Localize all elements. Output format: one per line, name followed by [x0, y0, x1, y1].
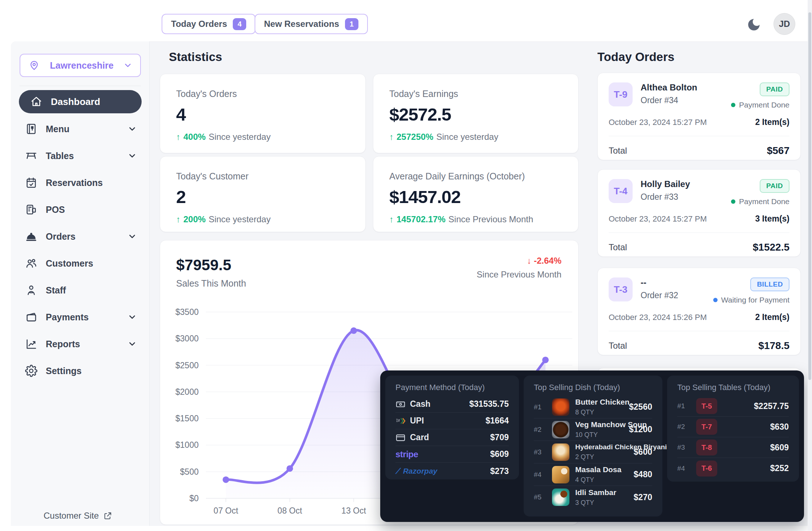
dish-qty: 4 QTY — [575, 476, 628, 484]
svg-text:$3500: $3500 — [175, 307, 199, 317]
sidebar-item-tables[interactable]: Tables — [19, 142, 142, 169]
stat-delta-percent: 145702.17% — [397, 214, 446, 224]
sidebar-item-dashboard[interactable]: Dashboard — [19, 90, 142, 113]
stat-label: Average Daily Earnings (October) — [389, 171, 562, 182]
location-name: Lawrenceshire — [41, 60, 123, 71]
payment-method-amount: $709 — [490, 433, 509, 442]
scrollbar-thumb[interactable] — [808, 12, 811, 380]
chevron-down-icon — [127, 151, 137, 161]
svg-text:$1000: $1000 — [175, 440, 199, 450]
staff-person-icon — [25, 284, 38, 297]
customer-site-link[interactable]: Customer Site — [44, 511, 113, 521]
table-badge: T-6 — [696, 461, 717, 477]
payment-method-name: UPI — [410, 416, 424, 426]
order-datetime: October 23, 2024 15:26 PM — [609, 313, 707, 322]
table-rank: #2 — [677, 423, 690, 431]
dish-amount: $2560 — [629, 402, 652, 412]
payment-status-dot — [731, 199, 735, 204]
payment-method-row: UPI $1664 — [395, 413, 509, 429]
gear-icon — [25, 364, 38, 377]
chevron-down-icon — [127, 231, 137, 242]
sales-delta-percent: -2.64% — [534, 256, 561, 266]
wallet-icon — [25, 311, 38, 324]
sidebar-item-label: Customers — [46, 258, 137, 269]
today-orders-button[interactable]: Today Orders 4 — [162, 14, 256, 34]
sidebar-item-label: Reservations — [46, 178, 137, 188]
menu-book-icon — [25, 122, 38, 135]
arrow-up-icon: ↑ — [176, 132, 180, 142]
svg-text:$500: $500 — [180, 467, 199, 477]
table-amount: $609 — [770, 443, 789, 453]
order-card[interactable]: T-9 Althea Bolton Order #34 PAID Payment… — [597, 73, 801, 160]
dish-rank: #5 — [534, 493, 546, 501]
order-customer: Althea Bolton — [641, 82, 731, 93]
chevron-down-icon — [127, 312, 137, 322]
payment-method-name: Card — [410, 433, 429, 442]
sidebar-item-label: Tables — [46, 151, 119, 161]
arrow-up-icon: ↑ — [389, 132, 394, 142]
dish-rank: #1 — [534, 403, 546, 411]
order-card[interactable]: T-3 -- Order #32 BILLED Waiting for Paym… — [597, 268, 801, 355]
dish-name: Masala Dosa — [575, 465, 628, 474]
dish-row: #2 Veg Manchow Soup 10 QTY $1200 — [534, 418, 652, 441]
dish-row: #1 Butter Chicken 8 QTY $2560 — [534, 396, 652, 418]
sidebar-item-menu[interactable]: Menu — [19, 115, 142, 142]
stat-delta-note: Since yesterday — [436, 132, 498, 142]
svg-text:08 Oct: 08 Oct — [277, 506, 302, 515]
payment-method-row: Card $709 — [395, 429, 509, 446]
sidebar-item-reports[interactable]: Reports — [19, 331, 142, 357]
order-items-count: 3 Item(s) — [755, 214, 789, 224]
dish-name: Hyderabadi Chicken Biryani — [575, 443, 628, 451]
dish-name: Butter Chicken — [575, 398, 623, 406]
new-reservations-count-badge: 1 — [345, 18, 358, 30]
topbar: Today Orders 4 New Reservations 1 JD — [0, 0, 812, 41]
payment-method-title: Payment Method (Today) — [395, 383, 509, 392]
table-amount: $2257.75 — [754, 401, 789, 411]
payment-method-row: ⟋Razorpay $273 — [395, 463, 509, 479]
razorpay-bolt-icon: ⟋ — [395, 467, 401, 475]
order-card[interactable]: T-4 Holly Bailey Order #33 PAID Payment … — [597, 169, 801, 257]
sidebar: Lawrenceshire Dashboard Menu — [11, 41, 150, 526]
table-badge: T-9 — [609, 82, 633, 106]
dish-amount: $480 — [634, 470, 652, 479]
svg-text:$2500: $2500 — [175, 361, 199, 370]
table-sales-row: #3 T-8 $609 — [677, 437, 789, 458]
payment-method-amount: $31535.75 — [469, 399, 509, 409]
sidebar-item-pos[interactable]: POS — [19, 196, 142, 223]
status-badge: PAID — [760, 179, 789, 193]
payment-method-panel: Payment Method (Today) Cash $31535.75 UP… — [385, 376, 519, 479]
new-reservations-button-label: New Reservations — [264, 19, 339, 29]
sidebar-item-settings[interactable]: Settings — [19, 357, 142, 384]
location-selector[interactable]: Lawrenceshire — [20, 54, 141, 77]
avatar[interactable]: JD — [774, 13, 795, 35]
sidebar-item-reservations[interactable]: Reservations — [19, 169, 142, 196]
stat-label: Today's Earnings — [389, 89, 562, 99]
stripe-logo: stripe — [395, 449, 418, 459]
sidebar-item-orders[interactable]: Orders — [19, 223, 142, 250]
dark-mode-toggle[interactable] — [745, 16, 763, 33]
divider — [609, 232, 789, 233]
stat-value: $1457.02 — [389, 187, 562, 207]
status-badge: PAID — [760, 82, 789, 96]
sales-delta-note: Since Previous Month — [477, 269, 561, 280]
order-datetime: October 23, 2024 15:27 PM — [609, 214, 707, 224]
dish-qty: 10 QTY — [575, 431, 623, 439]
order-number: Order #33 — [641, 192, 731, 202]
sidebar-item-customers[interactable]: Customers — [19, 250, 142, 277]
table-sales-row: #2 T-7 $630 — [677, 417, 789, 437]
top-selling-tables-title: Top Selling Tables (Today) — [677, 383, 789, 392]
table-sales-row: #1 T-5 $2257.75 — [677, 396, 789, 417]
table-amount: $252 — [770, 463, 789, 473]
new-reservations-button[interactable]: New Reservations 1 — [255, 14, 368, 34]
svg-text:07 Oct: 07 Oct — [214, 506, 238, 515]
sidebar-item-staff[interactable]: Staff — [19, 277, 142, 304]
today-orders-title: Today Orders — [597, 50, 674, 64]
today-orders-button-label: Today Orders — [171, 19, 227, 29]
payment-status-text: Payment Done — [739, 101, 789, 109]
sidebar-item-payments[interactable]: Payments — [19, 304, 142, 331]
stat-value: $2572.5 — [389, 104, 562, 125]
table-amount: $630 — [770, 422, 789, 432]
users-icon — [25, 257, 38, 270]
payment-status-dot — [713, 298, 718, 302]
sales-subtitle: Sales This Month — [176, 278, 246, 289]
